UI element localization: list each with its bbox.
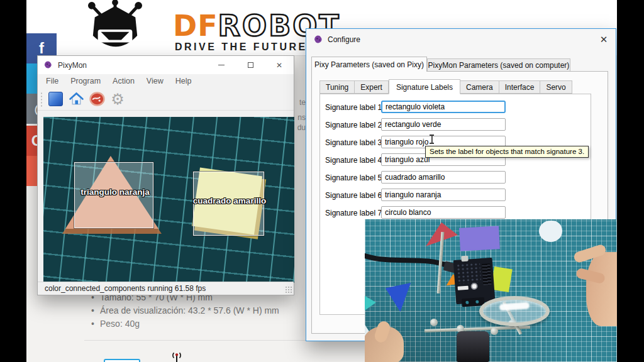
- wireless-antenna-icon: [170, 352, 184, 362]
- close-button[interactable]: ✕: [265, 56, 294, 74]
- tab-pixy-parameters[interactable]: Pixy Parameters (saved on Pixy): [311, 57, 427, 72]
- maximize-icon: [248, 62, 253, 68]
- toolbar-drag-handle[interactable]: [40, 92, 43, 107]
- pixymon-toolbar: ⚙: [38, 88, 294, 111]
- close-icon: ✕: [600, 34, 608, 45]
- stand-knob: [491, 327, 498, 335]
- pcb-lens: [470, 283, 478, 290]
- detection-label: cuadrado amarillo: [182, 196, 277, 206]
- pcb-button: [461, 256, 469, 262]
- right-hand: [586, 252, 617, 326]
- pixymon-video-view: triangulo naranja cuadrado amarillo: [43, 117, 294, 283]
- pixy-app-icon: [313, 35, 323, 45]
- brand-tagline: DRIVE THE FUTURE: [175, 41, 308, 53]
- page-text-fragment: ns: [296, 113, 306, 122]
- maximize-button[interactable]: [236, 56, 265, 74]
- configure-dialog-title: Configure: [328, 35, 360, 44]
- dialog-close-button[interactable]: ✕: [596, 33, 612, 47]
- tab-expert[interactable]: Expert: [355, 80, 389, 94]
- menu-help[interactable]: Help: [175, 77, 192, 85]
- configure-button[interactable]: ⚙: [109, 91, 126, 107]
- pixymon-window-title: PixyMon: [58, 61, 87, 70]
- default-program-button[interactable]: [47, 91, 64, 107]
- tab-tuning[interactable]: Tuning: [319, 80, 355, 94]
- close-icon: ✕: [276, 61, 282, 70]
- spec-item: Área de visualización: 43.2 * 57.6 (W * …: [91, 305, 279, 316]
- pixymon-window: PixyMon ✕ File Program Action View Help: [37, 55, 294, 295]
- detection-label: triangulo naranja: [71, 187, 159, 197]
- signature-input-1[interactable]: [381, 101, 506, 113]
- gear-icon: ⚙: [111, 92, 125, 107]
- pixymon-menubar: File Program Action View Help: [38, 74, 294, 88]
- video-frame: DFROBOT DRIVE THE FUTURE Tamaño: 55 * 70…: [26, 0, 617, 362]
- tab-interface[interactable]: Interface: [499, 80, 541, 94]
- tab-pixymon-parameters[interactable]: PixyMon Parameters (saved on computer): [427, 58, 570, 72]
- minimize-icon: [218, 65, 225, 66]
- stand-base: [457, 331, 489, 362]
- stand-knob: [430, 319, 438, 326]
- signature-tooltip: Sets the label for objects that match si…: [425, 146, 589, 158]
- menu-program[interactable]: Program: [70, 77, 101, 85]
- tab-camera[interactable]: Camera: [460, 80, 499, 94]
- tab-signature-labels[interactable]: Signature Labels: [389, 79, 460, 94]
- signature-label-5: Signature label 5: [325, 173, 382, 182]
- signature-input-6[interactable]: [381, 189, 506, 201]
- product-spec-list: Tamaño: 55 * 70 (W * H) mm Área de visua…: [91, 292, 279, 331]
- pcb-label: [458, 286, 469, 290]
- menu-view[interactable]: View: [147, 77, 164, 85]
- magnifying-glass: [479, 296, 550, 326]
- pixy-camera-board: [453, 258, 496, 304]
- webcam-overlay-video: [365, 219, 617, 362]
- signature-label-6: Signature label 6: [325, 191, 382, 200]
- page-text-fragment: te: [296, 98, 306, 107]
- signature-label-2: Signature label 2: [325, 121, 382, 129]
- signature-input-7[interactable]: [381, 206, 506, 219]
- minimize-button[interactable]: [207, 56, 236, 74]
- resize-grip[interactable]: [285, 286, 292, 293]
- signature-input-5[interactable]: [381, 171, 506, 184]
- brand-df: DF: [173, 9, 218, 43]
- blue-square-icon: [48, 92, 63, 106]
- pcb-components: [456, 262, 481, 284]
- signature-label-4: Signature label 4: [325, 156, 382, 165]
- pixy-app-icon: [43, 60, 53, 70]
- page-button-partial[interactable]: [104, 359, 140, 362]
- signature-label-7: Signature label 7: [325, 209, 382, 217]
- status-text: color_connected_components running 61.58…: [45, 284, 206, 293]
- home-icon: [69, 91, 84, 107]
- menu-file[interactable]: File: [46, 77, 58, 85]
- pcb-connector: [482, 263, 491, 285]
- raw-video-steak-icon: [89, 91, 105, 107]
- pixymon-titlebar[interactable]: PixyMon ✕: [38, 56, 294, 74]
- signature-label-3: Signature label 3: [325, 138, 382, 147]
- raw-video-button[interactable]: [89, 91, 105, 107]
- page-text-fragment: du: [296, 123, 306, 132]
- configure-titlebar[interactable]: Configure ✕: [306, 29, 616, 50]
- home-button[interactable]: [68, 91, 84, 107]
- menu-action[interactable]: Action: [113, 77, 135, 85]
- facebook-icon: f: [39, 40, 44, 57]
- tab-servo[interactable]: Servo: [540, 80, 572, 94]
- spec-item: Peso: 40g: [91, 318, 279, 329]
- text-cursor-icon: [429, 134, 435, 144]
- parameter-category-tabs: Tuning Expert Signature Labels Camera In…: [319, 79, 572, 94]
- signature-label-1: Signature label 1: [325, 103, 382, 112]
- dfrobot-logo-icon: [82, 0, 148, 55]
- signature-input-2[interactable]: [381, 118, 506, 131]
- pixymon-statusbar: color_connected_components running 61.58…: [38, 282, 294, 295]
